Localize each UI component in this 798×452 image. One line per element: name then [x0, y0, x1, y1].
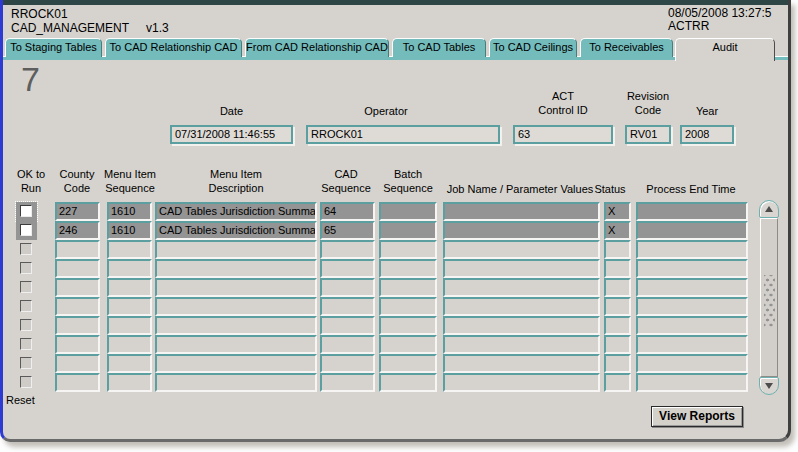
cell-cad-sequence[interactable] — [320, 259, 375, 278]
tab-to-staging-tables[interactable]: To Staging Tables — [5, 38, 102, 57]
tab-to-cad-ceilings[interactable]: To CAD Ceilings — [489, 38, 577, 57]
tab-to-cad-relationship-cad[interactable]: To CAD Relationship CAD — [105, 38, 242, 57]
cell-process-end-time[interactable] — [636, 221, 748, 240]
cell-job-name[interactable] — [443, 354, 600, 373]
ok-to-run-checkbox[interactable] — [20, 319, 32, 331]
cell-county-code[interactable] — [55, 373, 100, 392]
cell-county-code[interactable]: 227 — [55, 202, 100, 221]
cell-job-name[interactable] — [443, 278, 600, 297]
cell-process-end-time[interactable] — [636, 316, 748, 335]
cell-menu-item-description[interactable] — [155, 354, 317, 373]
cell-process-end-time[interactable] — [636, 240, 748, 259]
cell-job-name[interactable] — [443, 297, 600, 316]
cell-job-name[interactable] — [443, 221, 600, 240]
cell-process-end-time[interactable] — [636, 354, 748, 373]
cell-menu-item-sequence[interactable]: 1610 — [107, 221, 152, 240]
ok-to-run-checkbox[interactable] — [20, 357, 32, 369]
cell-county-code[interactable]: 246 — [55, 221, 100, 240]
cell-cad-sequence[interactable] — [320, 240, 375, 259]
ok-to-run-checkbox[interactable] — [20, 224, 32, 236]
tab-audit[interactable]: Audit — [675, 38, 775, 61]
cell-batch-sequence[interactable] — [379, 259, 437, 278]
revision-code-field[interactable]: RV01 — [625, 125, 671, 144]
cell-menu-item-sequence[interactable] — [107, 335, 152, 354]
reset-label[interactable]: Reset — [6, 394, 35, 406]
cell-status[interactable] — [604, 278, 631, 297]
ok-to-run-checkbox[interactable] — [20, 376, 32, 388]
cell-batch-sequence[interactable] — [379, 354, 437, 373]
cell-county-code[interactable] — [55, 316, 100, 335]
cell-menu-item-sequence[interactable]: 1610 — [107, 202, 152, 221]
cell-batch-sequence[interactable] — [379, 278, 437, 297]
ok-to-run-checkbox[interactable] — [20, 205, 32, 217]
cell-cad-sequence[interactable] — [320, 316, 375, 335]
cell-cad-sequence[interactable] — [320, 354, 375, 373]
cell-menu-item-sequence[interactable] — [107, 373, 152, 392]
cell-county-code[interactable] — [55, 278, 100, 297]
cell-cad-sequence[interactable] — [320, 373, 375, 392]
cell-status[interactable]: X — [604, 221, 631, 240]
cell-batch-sequence[interactable] — [379, 297, 437, 316]
cell-menu-item-description[interactable] — [155, 335, 317, 354]
cell-county-code[interactable] — [55, 297, 100, 316]
ok-to-run-checkbox[interactable] — [20, 281, 32, 293]
cell-menu-item-description[interactable] — [155, 316, 317, 335]
tab-to-receivables[interactable]: To Receivables — [580, 38, 673, 57]
scroll-down-button[interactable] — [759, 377, 779, 395]
cell-job-name[interactable] — [443, 240, 600, 259]
ok-to-run-checkbox[interactable] — [20, 262, 32, 274]
cell-cad-sequence[interactable] — [320, 278, 375, 297]
tab-to-cad-tables[interactable]: To CAD Tables — [392, 38, 486, 57]
cell-job-name[interactable] — [443, 316, 600, 335]
ok-to-run-checkbox[interactable] — [20, 243, 32, 255]
vertical-scrollbar[interactable] — [759, 200, 779, 395]
cell-menu-item-description[interactable] — [155, 240, 317, 259]
cell-county-code[interactable] — [55, 259, 100, 278]
act-control-id-field[interactable]: 63 — [513, 125, 613, 144]
cell-process-end-time[interactable] — [636, 335, 748, 354]
cell-county-code[interactable] — [55, 335, 100, 354]
cell-menu-item-description[interactable] — [155, 373, 317, 392]
cell-process-end-time[interactable] — [636, 202, 748, 221]
cell-job-name[interactable] — [443, 373, 600, 392]
cell-batch-sequence[interactable] — [379, 335, 437, 354]
scroll-up-button[interactable] — [759, 200, 779, 218]
cell-job-name[interactable] — [443, 202, 600, 221]
cell-menu-item-sequence[interactable] — [107, 316, 152, 335]
cell-batch-sequence[interactable] — [379, 240, 437, 259]
cell-county-code[interactable] — [55, 240, 100, 259]
cell-menu-item-sequence[interactable] — [107, 297, 152, 316]
cell-status[interactable] — [604, 335, 631, 354]
date-field[interactable]: 07/31/2008 11:46:55 — [170, 125, 293, 144]
ok-to-run-checkbox[interactable] — [20, 338, 32, 350]
cell-cad-sequence[interactable] — [320, 297, 375, 316]
cell-menu-item-description[interactable] — [155, 259, 317, 278]
cell-batch-sequence[interactable] — [379, 373, 437, 392]
cell-county-code[interactable] — [55, 354, 100, 373]
cell-process-end-time[interactable] — [636, 297, 748, 316]
view-reports-button[interactable]: View Reports — [651, 406, 743, 427]
cell-menu-item-sequence[interactable] — [107, 240, 152, 259]
cell-status[interactable] — [604, 316, 631, 335]
cell-status[interactable]: X — [604, 202, 631, 221]
cell-status[interactable] — [604, 373, 631, 392]
scrollbar-thumb[interactable] — [760, 218, 778, 377]
year-field[interactable]: 2008 — [680, 125, 734, 144]
cell-status[interactable] — [604, 297, 631, 316]
cell-status[interactable] — [604, 354, 631, 373]
cell-menu-item-sequence[interactable] — [107, 259, 152, 278]
cell-menu-item-sequence[interactable] — [107, 278, 152, 297]
cell-process-end-time[interactable] — [636, 373, 748, 392]
operator-field[interactable]: RROCK01 — [306, 125, 500, 144]
ok-to-run-checkbox[interactable] — [20, 300, 32, 312]
cell-job-name[interactable] — [443, 335, 600, 354]
cell-menu-item-description[interactable]: CAD Tables Jurisdiction Summary — [155, 221, 317, 240]
tab-from-cad-relationship-cad[interactable]: From CAD Relationship CAD — [245, 38, 389, 57]
cell-menu-item-description[interactable]: CAD Tables Jurisdiction Summary — [155, 202, 317, 221]
cell-menu-item-sequence[interactable] — [107, 354, 152, 373]
cell-job-name[interactable] — [443, 259, 600, 278]
cell-status[interactable] — [604, 240, 631, 259]
cell-process-end-time[interactable] — [636, 278, 748, 297]
cell-batch-sequence[interactable] — [379, 316, 437, 335]
cell-cad-sequence[interactable]: 65 — [320, 221, 375, 240]
